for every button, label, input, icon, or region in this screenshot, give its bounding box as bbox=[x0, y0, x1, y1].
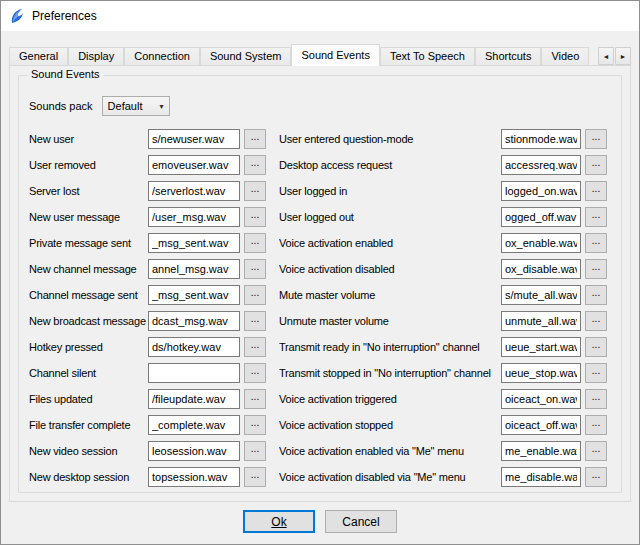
sound-file-input[interactable] bbox=[148, 233, 240, 253]
sound-event-row: User logged in... bbox=[279, 178, 607, 204]
browse-button[interactable]: ... bbox=[585, 415, 607, 435]
browse-button[interactable]: ... bbox=[585, 337, 607, 357]
sound-file-input[interactable] bbox=[148, 155, 240, 175]
sound-file-input[interactable] bbox=[148, 207, 240, 227]
chevron-down-icon: ▾ bbox=[160, 102, 164, 111]
sound-file-input[interactable] bbox=[501, 389, 581, 409]
tab-bar: GeneralDisplayConnectionSound SystemSoun… bbox=[9, 44, 631, 66]
browse-button[interactable]: ... bbox=[244, 363, 266, 383]
browse-button[interactable]: ... bbox=[244, 389, 266, 409]
tab-sound-system[interactable]: Sound System bbox=[200, 47, 292, 65]
sound-file-input[interactable] bbox=[148, 415, 240, 435]
browse-button[interactable]: ... bbox=[244, 207, 266, 227]
tab-sound-events[interactable]: Sound Events bbox=[291, 44, 380, 66]
sound-file-input[interactable] bbox=[501, 467, 581, 487]
sound-event-row: Transmit ready in "No interruption" chan… bbox=[279, 334, 607, 360]
sound-event-label: Desktop access request bbox=[279, 159, 501, 171]
browse-button[interactable]: ... bbox=[585, 233, 607, 253]
sound-file-input[interactable] bbox=[148, 259, 240, 279]
tab-scroll-left-button[interactable]: ◄ bbox=[598, 47, 614, 65]
browse-button[interactable]: ... bbox=[585, 181, 607, 201]
sound-file-input[interactable] bbox=[501, 181, 581, 201]
browse-button[interactable]: ... bbox=[244, 259, 266, 279]
tab-display[interactable]: Display bbox=[68, 47, 124, 65]
sound-event-label: Voice activation disabled via "Me" menu bbox=[279, 471, 501, 483]
tab-connection[interactable]: Connection bbox=[124, 47, 200, 65]
sound-event-row: User removed... bbox=[29, 152, 279, 178]
sound-file-input[interactable] bbox=[501, 259, 581, 279]
tab-video[interactable]: Video bbox=[541, 47, 589, 65]
browse-button[interactable]: ... bbox=[244, 467, 266, 487]
sound-events-columns: New user...User removed...Server lost...… bbox=[19, 116, 621, 490]
sound-file-input[interactable] bbox=[148, 181, 240, 201]
sounds-pack-select[interactable]: Default ▾ bbox=[102, 96, 170, 116]
browse-button[interactable]: ... bbox=[244, 441, 266, 461]
sound-event-row: Server lost... bbox=[29, 178, 279, 204]
browse-button[interactable]: ... bbox=[244, 285, 266, 305]
browse-button[interactable]: ... bbox=[585, 311, 607, 331]
sound-file-input[interactable] bbox=[501, 285, 581, 305]
dialog-buttons: Ok Cancel bbox=[1, 510, 639, 533]
sounds-pack-label: Sounds pack bbox=[29, 100, 93, 112]
sound-file-input[interactable] bbox=[501, 233, 581, 253]
sound-event-row: Files updated... bbox=[29, 386, 279, 412]
sound-file-input[interactable] bbox=[148, 467, 240, 487]
browse-button[interactable]: ... bbox=[585, 285, 607, 305]
sound-file-input[interactable] bbox=[501, 155, 581, 175]
sound-event-row: Private message sent... bbox=[29, 230, 279, 256]
sound-event-row: Voice activation enabled via "Me" menu..… bbox=[279, 438, 607, 464]
app-icon bbox=[9, 8, 25, 24]
tab-pane-sound-events: Sound Events Sounds pack Default ▾ New u… bbox=[9, 65, 631, 502]
browse-button[interactable]: ... bbox=[244, 129, 266, 149]
sound-file-input[interactable] bbox=[501, 207, 581, 227]
sound-event-label: Unmute master volume bbox=[279, 315, 501, 327]
browse-button[interactable]: ... bbox=[585, 467, 607, 487]
browse-button[interactable]: ... bbox=[585, 259, 607, 279]
sound-file-input[interactable] bbox=[501, 129, 581, 149]
tab-shortcuts[interactable]: Shortcuts bbox=[475, 47, 541, 65]
sound-event-row: User logged out... bbox=[279, 204, 607, 230]
sound-event-row: Voice activation stopped... bbox=[279, 412, 607, 438]
sound-file-input[interactable] bbox=[148, 129, 240, 149]
cancel-button[interactable]: Cancel bbox=[325, 510, 397, 533]
sounds-pack-value: Default bbox=[108, 100, 143, 112]
browse-button[interactable]: ... bbox=[585, 207, 607, 227]
browse-button[interactable]: ... bbox=[585, 363, 607, 383]
tab-general[interactable]: General bbox=[9, 47, 68, 65]
browse-button[interactable]: ... bbox=[585, 155, 607, 175]
sound-event-row: Channel silent... bbox=[29, 360, 279, 386]
browse-button[interactable]: ... bbox=[244, 311, 266, 331]
sound-event-row: User entered question-mode... bbox=[279, 126, 607, 152]
sound-file-input[interactable] bbox=[148, 363, 240, 383]
preferences-window: Preferences GeneralDisplayConnectionSoun… bbox=[0, 0, 640, 545]
browse-button[interactable]: ... bbox=[585, 389, 607, 409]
tab-scroll-right-button[interactable]: ► bbox=[615, 47, 631, 65]
browse-button[interactable]: ... bbox=[244, 181, 266, 201]
sound-event-label: New user message bbox=[29, 211, 148, 223]
sound-event-label: Transmit stopped in "No interruption" ch… bbox=[279, 367, 501, 379]
sound-file-input[interactable] bbox=[148, 441, 240, 461]
sound-file-input[interactable] bbox=[148, 285, 240, 305]
sound-file-input[interactable] bbox=[501, 441, 581, 461]
sound-event-label: Voice activation disabled bbox=[279, 263, 501, 275]
sound-file-input[interactable] bbox=[501, 415, 581, 435]
browse-button[interactable]: ... bbox=[244, 415, 266, 435]
sound-event-label: User entered question-mode bbox=[279, 133, 501, 145]
tab-text-to-speech[interactable]: Text To Speech bbox=[380, 47, 475, 65]
browse-button[interactable]: ... bbox=[244, 233, 266, 253]
sound-event-row: Hotkey pressed... bbox=[29, 334, 279, 360]
sound-file-input[interactable] bbox=[148, 389, 240, 409]
sound-file-input[interactable] bbox=[501, 311, 581, 331]
sound-event-label: User removed bbox=[29, 159, 148, 171]
sound-event-label: User logged in bbox=[279, 185, 501, 197]
ok-button[interactable]: Ok bbox=[243, 510, 315, 533]
tab-scrollers: ◄ ► bbox=[595, 47, 631, 65]
browse-button[interactable]: ... bbox=[244, 337, 266, 357]
sound-file-input[interactable] bbox=[148, 337, 240, 357]
sound-file-input[interactable] bbox=[148, 311, 240, 331]
browse-button[interactable]: ... bbox=[585, 441, 607, 461]
browse-button[interactable]: ... bbox=[585, 129, 607, 149]
browse-button[interactable]: ... bbox=[244, 155, 266, 175]
sound-file-input[interactable] bbox=[501, 363, 581, 383]
sound-file-input[interactable] bbox=[501, 337, 581, 357]
